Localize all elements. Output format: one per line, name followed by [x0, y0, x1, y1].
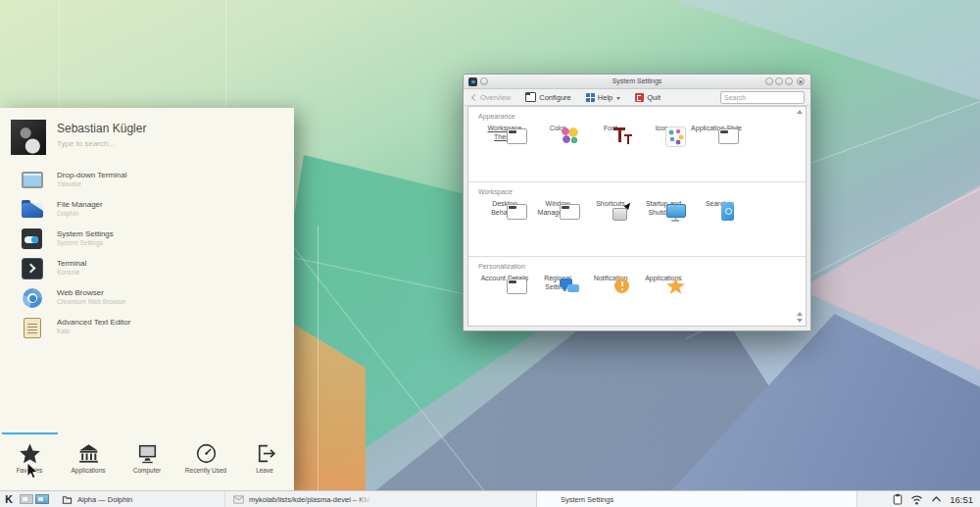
section-appearance: Appearance Workspace Theme Color Font	[468, 107, 806, 182]
back-label: Overview	[480, 93, 511, 102]
tile-shortcuts[interactable]: Shortcuts	[584, 200, 637, 218]
task-label: System Settings	[561, 495, 613, 504]
tile-icons[interactable]: Icons	[637, 125, 690, 142]
tab-label: Leave	[235, 467, 294, 474]
help-icon	[586, 93, 595, 102]
list-item-terminal[interactable]: Terminal Konsole	[0, 255, 294, 284]
section-title: Workspace	[478, 188, 798, 195]
pager-desktop-1[interactable]	[20, 494, 33, 504]
section-personalization: Personalization Account Details Regional…	[468, 257, 806, 327]
favorites-list: Drop-down Terminal Yakuake File Manager …	[0, 167, 294, 343]
help-label: Help	[598, 93, 612, 102]
chevron-left-icon	[471, 93, 478, 100]
kmail-task-icon	[233, 494, 244, 505]
quit-button[interactable]: Quit	[635, 93, 661, 102]
item-sublabel: Chromium Web Browser	[57, 298, 126, 305]
tile-window-management[interactable]: Window Management	[531, 200, 584, 218]
chevron-up-icon[interactable]	[931, 495, 942, 503]
item-sublabel: Yakuake	[57, 180, 81, 187]
system-settings-icon	[21, 228, 44, 251]
tile-applications[interactable]: Applications	[637, 275, 690, 292]
monitor-icon	[135, 441, 160, 466]
tile-color[interactable]: Color	[531, 125, 584, 142]
titlebar[interactable]: System Settings	[464, 75, 810, 89]
kde-launcher-button[interactable]: K	[0, 493, 18, 505]
settings-search-input[interactable]	[720, 91, 805, 104]
task-dolphin[interactable]: Alpha — Dolphin	[54, 491, 224, 507]
quit-icon	[635, 93, 644, 102]
user-avatar[interactable]	[11, 120, 46, 155]
tile-regional-settings[interactable]: Regional Settings	[531, 275, 584, 292]
tab-leave[interactable]: Leave	[235, 441, 294, 474]
system-settings-window: System Settings Overview Configure Help	[463, 74, 811, 331]
virtual-desktop-pager	[20, 494, 49, 504]
tab-computer[interactable]: Computer	[118, 441, 176, 474]
minimize-button[interactable]	[775, 77, 783, 85]
tile-desktop-behavior[interactable]: Desktop Behavior	[478, 200, 531, 218]
overview-back-button[interactable]: Overview	[472, 93, 511, 102]
tile-label: Notification	[584, 275, 637, 283]
configure-button[interactable]: Configure	[525, 92, 571, 102]
configure-icon	[525, 92, 536, 102]
bank-icon	[76, 441, 101, 466]
item-label: Drop-down Terminal	[57, 171, 126, 179]
shade-button[interactable]	[765, 77, 773, 85]
section-title: Appearance	[478, 113, 798, 120]
tile-font[interactable]: Font	[584, 125, 637, 142]
active-tab-indicator	[2, 432, 58, 434]
tile-workspace-theme[interactable]: Workspace Theme	[478, 125, 531, 142]
pager-desktop-2[interactable]	[35, 494, 49, 504]
mouse-cursor	[26, 462, 40, 481]
list-item-web-browser[interactable]: Web Browser Chromium Web Browser	[0, 284, 294, 314]
user-name: Sebastian Kügler	[57, 122, 146, 135]
item-sublabel: System Settings	[57, 239, 103, 246]
item-sublabel: Konsole	[57, 269, 80, 276]
tile-application-style[interactable]: Application Style	[690, 125, 743, 142]
item-label: Advanced Text Editor	[57, 318, 130, 327]
toolbar: Overview Configure Help Quit	[464, 89, 810, 106]
window-title: System Settings	[464, 77, 810, 84]
system-settings-task-icon	[545, 494, 556, 505]
tile-label: Applications	[637, 275, 690, 283]
list-item-text-editor[interactable]: Advanced Text Editor Kate	[0, 314, 294, 343]
item-label: System Settings	[57, 229, 114, 238]
dolphin-task-icon	[62, 494, 73, 505]
system-tray: 16:51	[893, 493, 980, 505]
list-item-file-manager[interactable]: File Manager Dolphin	[0, 196, 294, 226]
tile-search[interactable]: Search	[690, 200, 743, 218]
close-button[interactable]	[797, 77, 805, 85]
list-item-system-settings[interactable]: System Settings System Settings	[0, 226, 294, 255]
scroll-up-icon[interactable]	[797, 110, 803, 114]
tile-account-details[interactable]: Account Details	[478, 275, 531, 292]
task-kmail[interactable]: mykolab/lists/kde/plasma-devel – KM	[224, 491, 536, 507]
chromium-icon	[21, 286, 44, 310]
tab-applications[interactable]: Applications	[59, 441, 118, 474]
tile-notification[interactable]: Notification	[584, 275, 637, 292]
clipboard-icon[interactable]	[893, 493, 903, 505]
yakuake-icon	[21, 169, 44, 192]
wifi-icon[interactable]	[910, 494, 923, 505]
configure-label: Configure	[539, 93, 571, 102]
exit-icon	[253, 441, 277, 466]
help-button[interactable]: Help	[586, 93, 620, 102]
tile-label: Font	[584, 125, 637, 133]
chevron-down-icon	[616, 97, 620, 100]
clock[interactable]: 16:51	[950, 494, 973, 505]
item-label: Terminal	[57, 259, 86, 268]
section-workspace: Workspace Desktop Behavior Window Manage…	[468, 182, 806, 257]
clock-icon	[194, 441, 219, 466]
tile-startup-shutdown[interactable]: Startup and Shutdown	[637, 200, 690, 218]
section-title: Personalization	[478, 263, 798, 270]
dolphin-folder-icon	[21, 198, 44, 222]
scroll-down-icon[interactable]	[797, 319, 803, 323]
scroll-up-icon[interactable]	[797, 312, 803, 316]
launcher-search-hint[interactable]: Type to search...	[57, 139, 115, 148]
task-system-settings[interactable]: System Settings	[536, 491, 858, 507]
application-launcher-popup: Sebastian Kügler Type to search... Drop-…	[0, 108, 294, 490]
maximize-button[interactable]	[785, 77, 793, 85]
tab-recently-used[interactable]: Recently Used	[176, 441, 235, 474]
settings-content: Appearance Workspace Theme Color Font	[467, 106, 807, 327]
task-label: Alpha — Dolphin	[77, 495, 132, 504]
desktop: Sebastian Kügler Type to search... Drop-…	[0, 0, 980, 507]
list-item-dropdown-terminal[interactable]: Drop-down Terminal Yakuake	[0, 167, 294, 196]
